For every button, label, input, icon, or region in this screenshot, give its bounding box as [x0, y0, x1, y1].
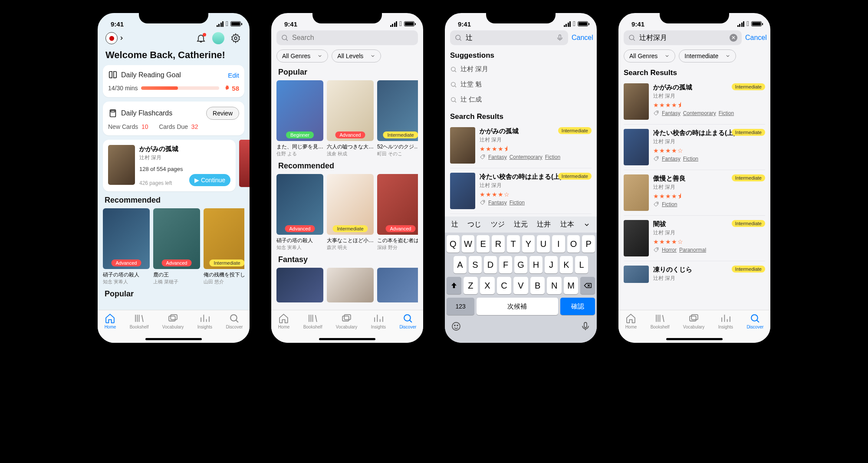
- search-result[interactable]: 凍りのくじら 辻村 深月 Intermediate: [624, 261, 765, 288]
- signal-icon: [217, 21, 224, 27]
- level-filter[interactable]: All Levels: [332, 49, 381, 62]
- book-item[interactable]: Advanced硝子の塔の殺人知念 実希人: [103, 208, 150, 285]
- search-result[interactable]: 冷たい校舎の時は止まる(上) 辻村 深月 ★★★★☆ FantasyFictio…: [624, 125, 765, 170]
- search-input[interactable]: [450, 30, 568, 45]
- tab-insights[interactable]: Insights: [371, 313, 386, 329]
- level-badge: Intermediate: [732, 174, 765, 181]
- book-item[interactable]: Advanced硝子の塔の殺人知念 実希人: [276, 174, 323, 251]
- rating-stars: ★★★★☆: [653, 147, 765, 154]
- search-result[interactable]: 冷たい校舎の時は止まる(上) 辻村 深月 ★★★★☆ FantasyFictio…: [450, 168, 592, 214]
- book-item[interactable]: Advanced六人の嘘つきな大…浅倉 秋成: [327, 80, 374, 157]
- genre-filter[interactable]: All Genres: [624, 49, 675, 62]
- search-result[interactable]: 闇祓 辻村 深月 ★★★★☆ HorrorParanormal Intermed…: [624, 216, 765, 261]
- tab-home[interactable]: Home: [278, 313, 290, 329]
- reading-goal-card: Daily Reading Goal Edit 14/30 mins 58: [103, 65, 244, 97]
- chevron-down-icon: [317, 53, 322, 59]
- confirm-key[interactable]: 確認: [560, 298, 595, 315]
- continue-button[interactable]: ▶ Continue: [189, 174, 230, 186]
- genre-filter[interactable]: All Genres: [276, 49, 328, 62]
- suggestions-heading: Suggestions: [450, 49, 592, 62]
- book-cover: [108, 145, 135, 185]
- tab-bookshelf[interactable]: Bookshelf: [130, 313, 149, 329]
- current-book-author: 辻村 深月: [139, 154, 230, 161]
- cancel-search-button[interactable]: Cancel: [572, 34, 593, 42]
- edit-goal-link[interactable]: Edit: [228, 72, 239, 79]
- recommended-heading: Recommended: [103, 191, 244, 208]
- suggestion-item[interactable]: 辻村 深月: [450, 62, 592, 77]
- popular-row[interactable]: Beginnerまた、同じ夢を見…住野 よる Advanced六人の嘘つきな大……: [276, 80, 418, 157]
- level-badge: Intermediate: [732, 129, 765, 136]
- japan-flag-icon: [105, 32, 118, 44]
- backspace-key[interactable]: [580, 277, 595, 294]
- tab-home[interactable]: Home: [625, 313, 637, 329]
- book-item[interactable]: Advanced鹿の王上橋 菜穂子: [153, 208, 200, 285]
- tab-bookshelf[interactable]: Bookshelf: [651, 313, 670, 329]
- book-item[interactable]: Intermediate52ヘルツのクジラ…町田 そのこ: [377, 80, 418, 157]
- mic-icon[interactable]: [556, 34, 564, 42]
- search-input[interactable]: [276, 30, 418, 45]
- tab-bookshelf[interactable]: Bookshelf: [303, 313, 322, 329]
- new-cards-label: New Cards: [108, 123, 138, 130]
- notification-dot-icon: [203, 33, 206, 36]
- results-heading: Search Results: [624, 67, 765, 79]
- tab-insights[interactable]: Insights: [197, 313, 212, 329]
- keyboard-suggestions: 辻 つじ ツジ 辻元 辻井 辻本: [445, 217, 597, 233]
- tab-bar: Home Bookshelf Vocabulary Insights Disco…: [271, 310, 423, 343]
- tag-icon: [653, 201, 659, 207]
- book-item[interactable]: Intermediate大事なことほど小…森沢 明夫: [327, 174, 374, 251]
- suggestion-item[interactable]: 辻堂 魁: [450, 77, 592, 92]
- settings-button[interactable]: [230, 32, 242, 44]
- search-icon: [281, 34, 289, 42]
- tab-home[interactable]: Home: [105, 313, 116, 329]
- language-selector[interactable]: [105, 32, 125, 44]
- status-time: 9:41: [284, 20, 297, 28]
- next-book-peek[interactable]: [239, 140, 250, 187]
- shift-key[interactable]: [447, 277, 461, 294]
- book-item[interactable]: Advancedこの本を盗む者は深緑 野分: [377, 174, 418, 251]
- tab-insights[interactable]: Insights: [718, 313, 733, 329]
- tab-discover[interactable]: Discover: [399, 313, 416, 329]
- search-result[interactable]: かがみの孤城 辻村 深月 ★★★★⯨ FantasyContemporaryFi…: [624, 79, 765, 125]
- space-key[interactable]: 次候補: [477, 298, 558, 315]
- level-badge: Intermediate: [558, 127, 592, 134]
- tab-discover[interactable]: Discover: [746, 313, 763, 329]
- flashcards-title: Daily Flashcards: [121, 109, 172, 117]
- home-indicator: [145, 338, 202, 340]
- recommended-row[interactable]: Advanced硝子の塔の殺人知念 実希人 Intermediate大事なことほ…: [276, 174, 418, 251]
- tab-discover[interactable]: Discover: [226, 313, 243, 329]
- level-badge: Intermediate: [732, 83, 765, 90]
- popular-heading: Popular: [276, 67, 418, 80]
- tab-vocabulary[interactable]: Vocabulary: [162, 313, 184, 329]
- review-button[interactable]: Review: [206, 107, 239, 120]
- status-time: 9:41: [111, 20, 124, 28]
- fantasy-row[interactable]: [276, 268, 418, 302]
- new-cards-count: 10: [141, 123, 148, 130]
- recommended-row[interactable]: Advanced硝子の塔の殺人知念 実希人 Advanced鹿の王上橋 菜穂子 …: [103, 208, 244, 285]
- home-indicator: [319, 338, 375, 340]
- search-result[interactable]: 傲慢と善良 辻村 深月 ★★★★⯨ Fiction Intermediate: [624, 170, 765, 216]
- book-item[interactable]: Beginnerまた、同じ夢を見…住野 よる: [276, 80, 323, 157]
- popular-heading: Popular: [103, 285, 244, 302]
- flashcards-card: Daily Flashcards Review New Cards 10 Car…: [103, 102, 244, 135]
- numeric-key[interactable]: 123: [447, 298, 474, 315]
- search-input[interactable]: ✕: [624, 30, 742, 45]
- tag-icon: [653, 110, 659, 116]
- profile-avatar[interactable]: [212, 32, 224, 44]
- tab-vocabulary[interactable]: Vocabulary: [683, 313, 704, 329]
- clear-search-button[interactable]: ✕: [730, 34, 737, 42]
- suggestion-item[interactable]: 辻 仁成: [450, 92, 592, 107]
- tab-vocabulary[interactable]: Vocabulary: [336, 313, 357, 329]
- level-filter[interactable]: Intermediate: [679, 49, 736, 62]
- dictation-icon[interactable]: [580, 321, 591, 332]
- search-result[interactable]: かがみの孤城 辻村 深月 ★★★★⯨ FantasyContemporaryFi…: [450, 123, 592, 168]
- rating-stars: ★★★★⯨: [653, 193, 765, 200]
- emoji-icon[interactable]: [451, 321, 461, 332]
- book-item[interactable]: Intermediate俺の残機を投下し…山田 悠介: [204, 208, 244, 285]
- current-book-card[interactable]: かがみの孤城 辻村 深月 128 of 554 pages 426 pages …: [103, 140, 236, 191]
- notifications-button[interactable]: [195, 32, 207, 44]
- status-time: 9:41: [458, 20, 471, 28]
- chevron-down-icon[interactable]: [583, 221, 590, 228]
- current-book-pages: 128 of 554 pages: [139, 166, 230, 172]
- cancel-search-button[interactable]: Cancel: [745, 34, 767, 42]
- chevron-down-icon: [370, 53, 375, 59]
